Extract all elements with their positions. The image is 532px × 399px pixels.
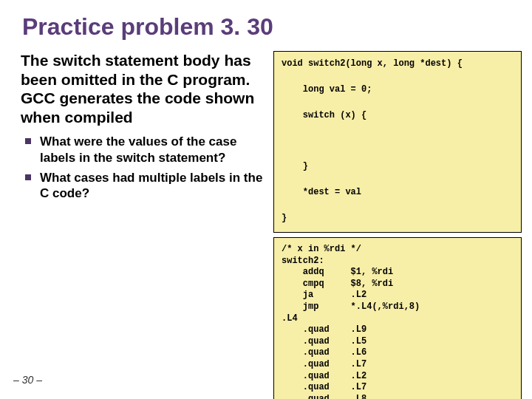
slide-title: Practice problem 3. 30 bbox=[0, 0, 532, 51]
page-number: – 30 – bbox=[13, 374, 42, 386]
right-column: void switch2(long x, long *dest) { long … bbox=[273, 51, 522, 399]
left-column: The switch statement body has been omitt… bbox=[21, 51, 265, 399]
bullet-list: What were the values of the case labels … bbox=[21, 134, 265, 201]
content-area: The switch statement body has been omitt… bbox=[0, 51, 532, 399]
c-code-block: void switch2(long x, long *dest) { long … bbox=[273, 51, 522, 233]
asm-code-block: /* x in %rdi */ switch2: addq $1, %rdi c… bbox=[273, 237, 522, 399]
list-item: What cases had multiple labels in the C … bbox=[40, 170, 265, 202]
intro-paragraph: The switch statement body has been omitt… bbox=[21, 51, 265, 126]
list-item: What were the values of the case labels … bbox=[40, 134, 265, 166]
